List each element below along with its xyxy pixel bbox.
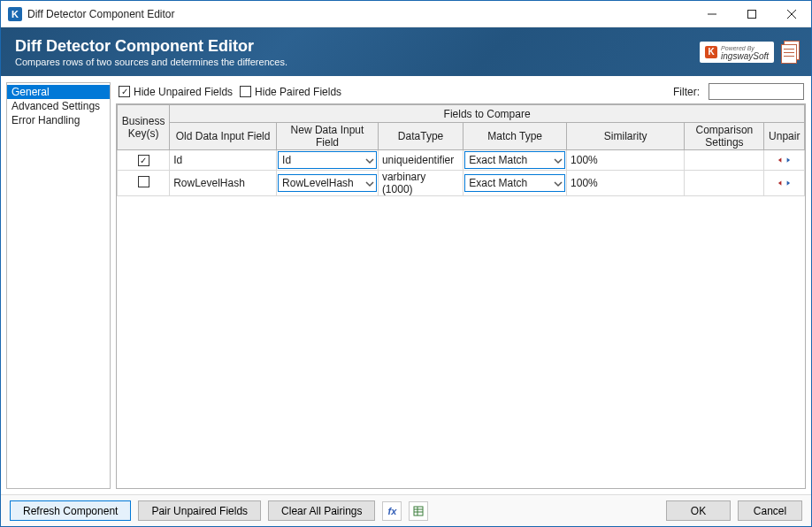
cell-comparison-settings — [685, 171, 764, 196]
chevron-down-icon — [365, 179, 374, 187]
new-field-dropdown[interactable]: RowLevelHash — [278, 174, 377, 192]
hide-unpaired-label: Hide Unpaired Fields — [134, 86, 233, 98]
cell-old-field: Id — [170, 150, 277, 171]
filter-input[interactable] — [709, 83, 804, 100]
svg-rect-1 — [747, 10, 755, 18]
dropdown-value: Exact Match — [469, 177, 527, 189]
col-business-keys[interactable]: Business Key(s) — [118, 105, 170, 150]
checkbox-icon — [119, 86, 130, 97]
banner-subtitle: Compares rows of two sources and determi… — [15, 57, 287, 67]
cell-similarity: 100% — [567, 150, 685, 171]
table-row: Id Id uniqueidentifier Exact Match 100% — [118, 150, 805, 171]
dropdown-value: Id — [282, 154, 291, 166]
unpair-button[interactable] — [778, 179, 791, 187]
col-match-type[interactable]: Match Type — [463, 123, 567, 150]
cell-datatype: varbinary (1000) — [378, 171, 463, 196]
dropdown-value: RowLevelHash — [282, 177, 354, 189]
hide-unpaired-fields-checkbox[interactable]: Hide Unpaired Fields — [118, 85, 234, 99]
banner-title: Diff Detector Component Editor — [15, 37, 287, 56]
svg-rect-4 — [414, 507, 423, 516]
toolbar: Hide Unpaired Fields Hide Paired Fields … — [116, 82, 806, 103]
col-datatype[interactable]: DataType — [378, 123, 463, 150]
cancel-button[interactable]: Cancel — [738, 500, 802, 521]
checkbox-icon — [240, 86, 251, 97]
window: K Diff Detector Component Editor Diff De… — [0, 0, 812, 527]
window-title: Diff Detector Component Editor — [27, 8, 175, 20]
cell-comparison-settings — [685, 150, 764, 171]
dropdown-value: Exact Match — [469, 154, 527, 166]
fields-grid: Business Key(s) Fields to Compare Old Da… — [116, 103, 806, 489]
match-type-dropdown[interactable]: Exact Match — [464, 174, 565, 192]
footer: Refresh Component Pair Unpaired Fields C… — [1, 494, 811, 526]
business-key-checkbox[interactable] — [138, 155, 149, 166]
close-button[interactable] — [771, 1, 811, 27]
side-item-error-handling[interactable]: Error Handling — [7, 113, 110, 127]
col-comparison-settings[interactable]: Comparison Settings — [685, 123, 764, 150]
match-type-dropdown[interactable]: Exact Match — [464, 151, 565, 169]
new-field-dropdown[interactable]: Id — [278, 151, 377, 169]
col-similarity[interactable]: Similarity — [567, 123, 685, 150]
unpair-button[interactable] — [778, 157, 791, 164]
side-item-advanced-settings[interactable]: Advanced Settings — [7, 99, 110, 113]
col-unpair[interactable]: Unpair — [764, 123, 805, 150]
refresh-component-button[interactable]: Refresh Component — [10, 500, 131, 521]
main-panel: Hide Unpaired Fields Hide Paired Fields … — [116, 82, 806, 489]
chevron-down-icon — [365, 156, 374, 164]
body: General Advanced Settings Error Handling… — [1, 76, 811, 494]
col-group-fields-to-compare: Fields to Compare — [170, 105, 805, 123]
side-item-general[interactable]: General — [7, 85, 110, 99]
cell-datatype: uniqueidentifier — [378, 150, 463, 171]
vendor-name: ingswaySoft — [721, 52, 769, 60]
app-icon: K — [8, 7, 22, 21]
business-key-checkbox[interactable] — [138, 176, 149, 187]
clear-all-pairings-button[interactable]: Clear All Pairings — [268, 500, 375, 521]
side-nav: General Advanced Settings Error Handling — [6, 82, 111, 489]
document-icon — [781, 41, 801, 64]
hide-paired-label: Hide Paired Fields — [255, 86, 341, 98]
pair-unpaired-fields-button[interactable]: Pair Unpaired Fields — [138, 500, 261, 521]
titlebar: K Diff Detector Component Editor — [1, 1, 811, 27]
cell-old-field: RowLevelHash — [170, 171, 277, 196]
cell-similarity: 100% — [567, 171, 685, 196]
fx-icon: fx — [388, 506, 397, 516]
chevron-down-icon — [554, 156, 563, 164]
expression-fx-button[interactable]: fx — [382, 501, 402, 521]
table-row: RowLevelHash RowLevelHash varbinary (100… — [118, 171, 805, 196]
filter-label: Filter: — [673, 86, 700, 98]
grid-icon — [413, 506, 424, 516]
col-new-field[interactable]: New Data Input Field — [277, 123, 379, 150]
col-old-field[interactable]: Old Data Input Field — [170, 123, 277, 150]
properties-button[interactable] — [409, 501, 428, 521]
hide-paired-fields-checkbox[interactable]: Hide Paired Fields — [239, 85, 342, 99]
ok-button[interactable]: OK — [666, 500, 731, 521]
minimize-button[interactable] — [692, 1, 732, 27]
vendor-logo: K Powered ByingswaySoft — [700, 42, 774, 63]
header-banner: Diff Detector Component Editor Compares … — [1, 27, 811, 76]
chevron-down-icon — [554, 179, 563, 187]
maximize-button[interactable] — [732, 1, 771, 27]
